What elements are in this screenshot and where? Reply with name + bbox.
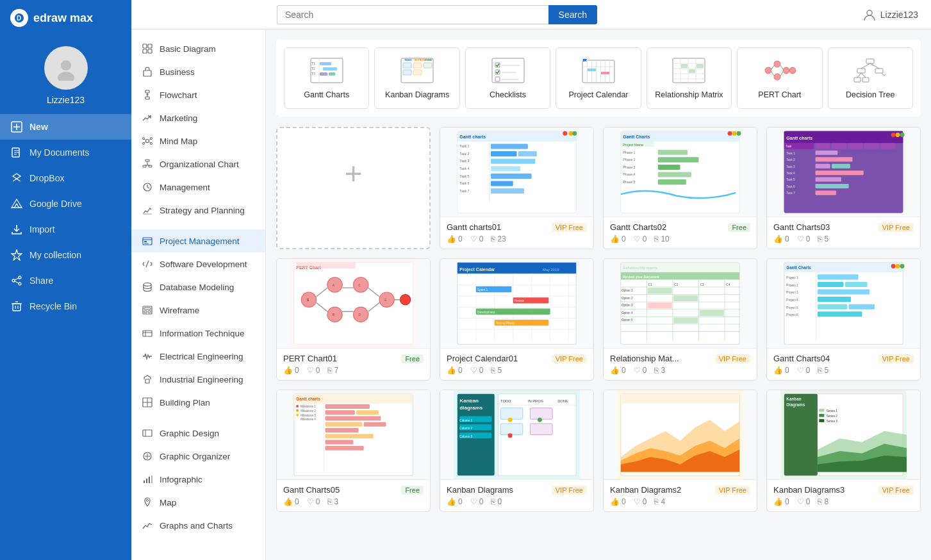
svg-point-53 — [144, 283, 151, 286]
category-graphs-charts[interactable]: Graphs and Charts — [131, 514, 265, 537]
category-basic-diagram[interactable]: Basic Diagram — [131, 37, 265, 60]
svg-point-218 — [354, 277, 368, 292]
kanban3-thumb: Kanban Diagrams Kanban Diagrams Series — [767, 390, 920, 480]
template-card-gantt05[interactable]: Gantt charts Milestone 1 Milestone 2 Mil… — [276, 390, 431, 512]
sidebar-item-dropbox[interactable]: DropBox — [0, 165, 131, 191]
copy-icon: ⎘ — [818, 366, 822, 375]
category-mind-map[interactable]: Mind Map — [131, 129, 265, 152]
category-database-modeling[interactable]: Database Modeling — [131, 276, 265, 299]
svg-text:Task 2: Task 2 — [786, 158, 795, 161]
svg-text:DONE: DONE — [557, 399, 568, 403]
sidebar-item-my-documents[interactable]: My Documents — [0, 140, 131, 165]
svg-text:Task 5: Task 5 — [786, 178, 795, 181]
svg-rect-146 — [518, 151, 537, 156]
category-project-management[interactable]: Project Management — [131, 229, 265, 252]
decision-tree-icon — [853, 57, 887, 84]
sidebar-item-import[interactable]: Import — [0, 217, 131, 242]
search-button[interactable]: Search — [548, 5, 597, 24]
svg-rect-70 — [149, 477, 150, 483]
wireframe-icon — [142, 304, 153, 316]
type-card-gantt-charts[interactable]: T1 T2 T3 Gantt Charts — [284, 47, 369, 109]
svg-point-32 — [146, 140, 149, 143]
search-input[interactable] — [277, 5, 548, 24]
gantt03-thumb: Gantt charts Task — [767, 128, 920, 217]
database-icon — [142, 281, 153, 293]
type-card-pert-chart[interactable]: PERT Chart — [737, 47, 822, 109]
category-strategy[interactable]: Strategy and Planning — [131, 199, 265, 222]
svg-point-22 — [867, 10, 872, 15]
share-icon — [10, 274, 23, 287]
svg-text:Option 1: Option 1 — [622, 289, 633, 292]
template-card-new[interactable]: + — [276, 127, 431, 249]
header-user: Lizzie123 — [862, 8, 918, 22]
category-org-chart[interactable]: Organizational Chart — [131, 152, 265, 176]
svg-rect-145 — [491, 151, 517, 156]
svg-rect-305 — [818, 274, 859, 279]
svg-rect-309 — [818, 297, 851, 302]
category-info-technique[interactable]: Information Technique — [131, 322, 265, 345]
svg-line-52 — [146, 261, 149, 267]
svg-point-220 — [379, 292, 394, 307]
category-wireframe[interactable]: Wireframe — [131, 299, 265, 322]
svg-line-129 — [780, 72, 783, 76]
type-card-decision-tree[interactable]: Decision Tree — [828, 47, 913, 109]
template-card-kanban1[interactable]: Kanban diagrams Column 1 Column 2 Column… — [440, 390, 594, 512]
marketing-icon — [142, 112, 153, 124]
category-map[interactable]: Map — [131, 491, 265, 514]
category-industrial-eng[interactable]: Industrial Engineering — [131, 368, 265, 391]
sidebar-item-google-drive[interactable]: Google Drive — [0, 191, 131, 217]
svg-rect-96 — [495, 77, 500, 81]
category-graphic-organizer[interactable]: Graphic Organizer — [131, 445, 265, 468]
heart-icon: ♡ — [307, 366, 314, 375]
template-card-calendar01[interactable]: Project Calendar May 2019 — [440, 258, 594, 381]
svg-rect-120 — [696, 64, 704, 68]
category-marketing[interactable]: Marketing — [131, 106, 265, 129]
category-management[interactable]: Management — [131, 176, 265, 199]
kanban2-info: Kanban Diagrams2 VIP Free 👍0 ♡0 ⎘4 — [604, 480, 757, 511]
category-electrical-eng[interactable]: Electrical Engineering — [131, 345, 265, 368]
category-business[interactable]: Business — [131, 60, 265, 83]
category-software-dev[interactable]: Software Development — [131, 252, 265, 276]
svg-rect-333 — [325, 440, 353, 445]
svg-text:T1: T1 — [311, 62, 315, 65]
template-card-kanban2[interactable]: Kanban Diagrams Kanban Diagrams2 VIP Fre… — [603, 390, 757, 512]
category-flowchart[interactable]: Flowchart — [131, 83, 265, 106]
svg-rect-196 — [832, 164, 850, 169]
svg-rect-85 — [413, 63, 422, 68]
gantt04-thumb: Gantt Charts Project 1 Project 2 Project… — [767, 259, 920, 349]
kanban-icon: TODO IN PROG DONE — [400, 57, 434, 84]
svg-text:diagrams: diagrams — [459, 405, 482, 411]
heart-icon: ♡ — [634, 497, 641, 506]
heart-icon: ♡ — [797, 235, 804, 243]
template-card-pert01[interactable]: PERT Chart — [276, 258, 431, 381]
type-card-kanban[interactable]: TODO IN PROG DONE Kanban Diagrams — [374, 47, 459, 109]
type-card-checklists[interactable]: Checklists — [465, 47, 550, 109]
template-card-gantt03[interactable]: Gantt charts Task — [766, 127, 921, 249]
business-icon — [142, 66, 153, 78]
template-card-gantt02[interactable]: Gantt Charts Project Name Phase 1 Phase … — [603, 127, 757, 249]
new-card-thumb: + — [277, 128, 429, 218]
category-graphic-design[interactable]: Graphic Design — [131, 422, 265, 445]
svg-rect-151 — [491, 188, 524, 194]
template-card-kanban3[interactable]: Kanban Diagrams Kanban Diagrams Series — [766, 390, 921, 512]
sidebar-item-my-collection[interactable]: My collection — [0, 242, 131, 268]
category-infographic[interactable]: Infographic — [131, 468, 265, 491]
type-card-relationship-matrix[interactable]: Relationship Matrix — [647, 47, 732, 109]
template-card-gantt04[interactable]: Gantt Charts Project 1 Project 2 Project… — [766, 258, 921, 381]
svg-point-210 — [900, 133, 905, 137]
svg-rect-307 — [845, 282, 868, 287]
template-card-relationship[interactable]: Relationship matrix Review your Decision… — [603, 258, 757, 381]
svg-text:Task 4: Task 4 — [786, 172, 795, 175]
type-card-project-calendar[interactable]: CAL Project Calendar — [556, 47, 641, 109]
sidebar-item-recycle-bin[interactable]: Recycle Bin — [0, 293, 131, 319]
svg-rect-327 — [356, 410, 379, 415]
svg-text:Task: Task — [786, 145, 792, 148]
template-card-gantt01[interactable]: Gantt charts Task 1 Task 2 — [440, 127, 594, 249]
category-building-plan[interactable]: Building Plan — [131, 391, 265, 414]
svg-rect-191 — [864, 143, 879, 149]
software-dev-icon — [142, 258, 153, 270]
app-logo[interactable]: D edraw max — [0, 0, 131, 36]
svg-point-12 — [19, 276, 21, 279]
sidebar-item-new[interactable]: New — [0, 114, 131, 140]
sidebar-item-share[interactable]: Share — [0, 268, 131, 293]
